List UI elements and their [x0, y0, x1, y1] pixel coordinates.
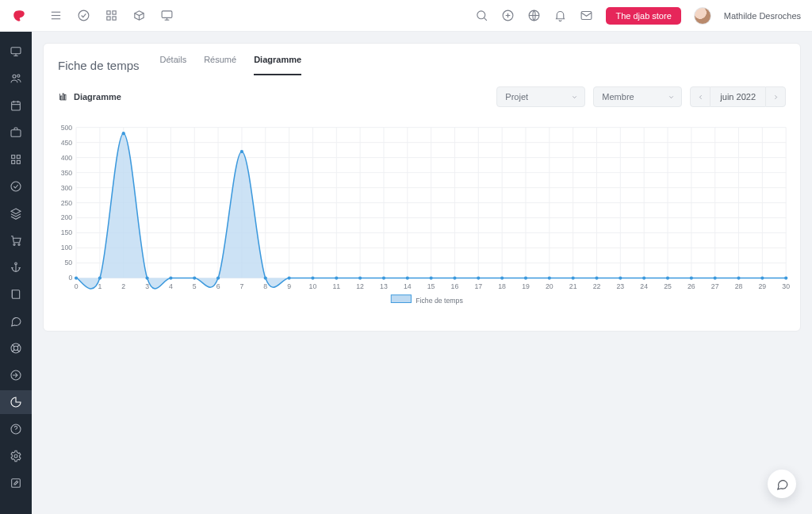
svg-text:2: 2	[121, 282, 125, 290]
book-icon[interactable]	[0, 282, 32, 306]
main-panel: Fiche de temps DétailsRésuméDiagramme Di…	[43, 43, 801, 332]
page-area: Fiche de temps DétailsRésuméDiagramme Di…	[32, 32, 812, 514]
project-select[interactable]: Projet	[496, 86, 585, 107]
svg-text:250: 250	[61, 199, 73, 207]
svg-text:15: 15	[427, 282, 435, 290]
svg-point-166	[619, 276, 622, 279]
subtitle: Diagramme	[58, 92, 121, 102]
svg-text:16: 16	[451, 282, 459, 290]
svg-point-36	[13, 244, 15, 245]
svg-rect-5	[113, 11, 116, 14]
svg-line-47	[17, 344, 20, 347]
svg-text:450: 450	[61, 139, 73, 147]
svg-rect-33	[17, 160, 20, 163]
box-icon[interactable]	[132, 9, 146, 22]
monitor-icon[interactable]	[160, 9, 174, 22]
grid-icon[interactable]	[0, 148, 32, 171]
grid-icon[interactable]	[105, 9, 118, 22]
login-icon[interactable]	[0, 363, 32, 387]
settings-icon[interactable]	[0, 444, 32, 468]
menu-icon[interactable]	[49, 9, 63, 22]
month-prev[interactable]	[690, 86, 710, 107]
svg-point-168	[666, 276, 669, 279]
svg-point-171	[737, 276, 740, 279]
svg-point-144	[98, 276, 102, 279]
avatar[interactable]	[694, 7, 711, 25]
svg-rect-30	[12, 155, 15, 159]
svg-point-150	[240, 150, 243, 153]
svg-text:1: 1	[98, 282, 102, 290]
svg-text:24: 24	[640, 282, 648, 290]
chat-fab[interactable]	[768, 470, 796, 498]
month-label[interactable]: juin 2022	[710, 86, 765, 107]
check-circle-icon[interactable]	[0, 175, 32, 198]
svg-text:400: 400	[61, 154, 73, 162]
svg-point-149	[216, 276, 220, 279]
layers-icon[interactable]	[0, 201, 32, 225]
subtitle-text: Diagramme	[74, 92, 121, 102]
svg-point-165	[595, 276, 598, 279]
svg-text:350: 350	[61, 169, 73, 177]
help-icon[interactable]	[0, 417, 32, 441]
svg-text:500: 500	[61, 124, 73, 132]
svg-point-34	[11, 182, 21, 191]
svg-marker-35	[11, 209, 21, 214]
brand-logo[interactable]	[3, 0, 35, 32]
svg-text:19: 19	[522, 282, 530, 290]
month-next[interactable]	[765, 86, 786, 107]
cart-icon[interactable]	[0, 228, 32, 252]
svg-point-156	[382, 276, 385, 279]
svg-text:0: 0	[75, 282, 79, 290]
svg-text:29: 29	[759, 282, 767, 290]
briefcase-icon[interactable]	[0, 121, 32, 144]
globe-icon[interactable]	[527, 9, 541, 22]
monitor-icon[interactable]	[0, 40, 32, 63]
svg-rect-54	[12, 479, 21, 488]
pie-chart-icon[interactable]	[0, 390, 32, 414]
topbar: The djab store Mathilde Desroches	[0, 0, 812, 32]
svg-point-3	[79, 10, 89, 21]
calendar-icon[interactable]	[0, 94, 32, 117]
svg-point-147	[169, 276, 172, 279]
message-icon[interactable]	[0, 309, 32, 333]
svg-rect-174	[391, 295, 411, 303]
user-name: Mathilde Desroches	[724, 11, 801, 21]
svg-point-145	[122, 132, 125, 135]
svg-point-37	[18, 244, 20, 245]
tab-diagramme[interactable]: Diagramme	[254, 55, 301, 75]
project-select-label: Projet	[505, 92, 528, 102]
svg-rect-7	[113, 17, 116, 20]
svg-point-153	[311, 276, 314, 279]
member-select[interactable]: Membre	[593, 86, 682, 107]
svg-point-151	[264, 276, 267, 279]
life-ring-icon[interactable]	[0, 336, 32, 360]
svg-point-143	[75, 276, 78, 279]
svg-rect-32	[12, 160, 15, 163]
bell-icon[interactable]	[553, 9, 567, 22]
tab-résumé[interactable]: Résumé	[204, 55, 236, 75]
search-icon[interactable]	[475, 9, 488, 22]
svg-point-169	[690, 276, 693, 279]
svg-line-46	[17, 350, 20, 352]
svg-text:12: 12	[356, 282, 364, 290]
svg-text:18: 18	[498, 282, 506, 290]
svg-text:22: 22	[593, 282, 601, 290]
plus-circle-icon[interactable]	[501, 9, 515, 22]
users-icon[interactable]	[0, 67, 32, 90]
store-button[interactable]: The djab store	[606, 7, 680, 25]
svg-text:7: 7	[240, 282, 244, 290]
month-nav: juin 2022	[690, 86, 786, 107]
svg-line-13	[485, 17, 488, 21]
tab-détails[interactable]: Détails	[160, 55, 187, 75]
edit-square-icon[interactable]	[0, 471, 32, 495]
svg-point-161	[500, 276, 504, 279]
check-circle-icon[interactable]	[77, 9, 90, 22]
svg-rect-4	[107, 11, 110, 14]
svg-rect-25	[12, 102, 21, 110]
svg-point-164	[572, 276, 575, 279]
svg-point-154	[335, 276, 338, 279]
mail-icon[interactable]	[580, 9, 593, 22]
svg-text:3: 3	[145, 282, 149, 290]
svg-rect-9	[162, 11, 172, 17]
anchor-icon[interactable]	[0, 255, 32, 279]
